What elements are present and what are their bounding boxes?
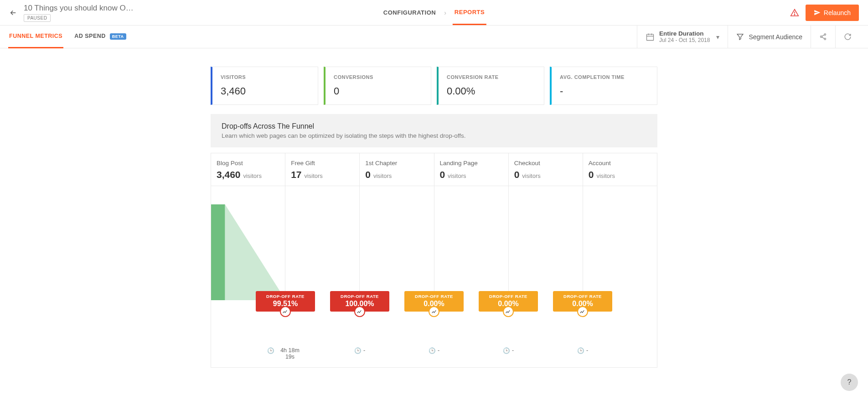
metric-conversion-rate: CONVERSION RATE 0.00% [437, 67, 544, 105]
metric-label: VISITORS [221, 74, 310, 80]
step-unit: visitors [243, 172, 261, 179]
metric-completion-time: AVG. COMPLETION TIME - [550, 67, 657, 105]
funnel-step: Free Gift 17 visitors [285, 153, 359, 186]
step-unit: visitors [304, 172, 322, 179]
funnel-step: Account 0 visitors [583, 153, 657, 186]
date-range-picker[interactable]: Entire Duration Jul 24 - Oct 15, 2018 ▾ [637, 26, 728, 48]
chevron-right-icon: › [444, 9, 446, 16]
step-count: 0 [514, 169, 520, 180]
clock-icon: 🕒 [267, 347, 274, 354]
dropoff-badge[interactable]: DROP-OFF RATE 0.00% [479, 291, 538, 312]
report-container: VISITORS 3,460 CONVERSIONS 0 CONVERSION … [211, 67, 657, 368]
sub-toolbar: FUNNEL METRICS AD SPEND BETA Entire Dura… [0, 26, 868, 48]
time-value: - [512, 347, 514, 354]
dropoff-label: DROP-OFF RATE [404, 294, 464, 299]
tab-configuration[interactable]: CONFIGURATION [382, 1, 438, 24]
clock-icon: 🕒 [429, 347, 436, 354]
dropoff-label: DROP-OFF RATE [553, 294, 612, 299]
trend-icon [280, 306, 291, 317]
step-unit: visitors [448, 172, 466, 179]
top-header: 10 Things you should know O… PAUSED CONF… [0, 0, 868, 26]
step-count: 0 [365, 169, 371, 180]
metric-label: CONVERSION RATE [447, 74, 536, 80]
status-badge: PAUSED [24, 14, 51, 22]
funnel-bars [211, 186, 657, 300]
clock-icon: 🕒 [354, 347, 362, 354]
funnel-step-headers: Blog Post 3,460 visitors Free Gift 17 vi… [211, 153, 657, 186]
step-name: Blog Post [217, 160, 279, 167]
tab-funnel-metrics[interactable]: FUNNEL METRICS [8, 25, 63, 48]
step-name: 1st Chapter [365, 160, 428, 167]
help-label: ? [847, 378, 852, 386]
segment-audience-button[interactable]: Segment Audience [728, 26, 811, 48]
svg-point-6 [824, 34, 826, 36]
share-icon [819, 33, 827, 41]
filter-icon [736, 33, 744, 41]
duration-label: Entire Duration [659, 30, 710, 37]
time-value: - [586, 347, 588, 354]
dropoff-label: DROP-OFF RATE [479, 294, 538, 299]
svg-point-7 [820, 36, 822, 38]
funnel-step: Checkout 0 visitors [509, 153, 583, 186]
step-name: Free Gift [291, 160, 354, 167]
dropoff-badge[interactable]: DROP-OFF RATE 0.00% [404, 291, 464, 312]
relaunch-label: Relaunch [824, 9, 851, 16]
metric-conversions: CONVERSIONS 0 [324, 67, 431, 105]
relaunch-button[interactable]: Relaunch [806, 5, 859, 21]
dropoff-label: DROP-OFF RATE [330, 294, 389, 299]
duration-range: Jul 24 - Oct 15, 2018 [659, 37, 710, 43]
time-value: - [363, 347, 365, 354]
funnel-step: Blog Post 3,460 visitors [211, 153, 285, 186]
step-time: 🕒 4h 18m 19s [248, 347, 323, 360]
title-block: 10 Things you should know O… PAUSED [24, 4, 134, 22]
step-name: Checkout [514, 160, 577, 167]
clock-icon: 🕒 [577, 347, 584, 354]
step-name: Landing Page [440, 160, 503, 167]
warning-icon[interactable] [790, 8, 799, 17]
content-area: VISITORS 3,460 CONVERSIONS 0 CONVERSION … [0, 48, 868, 386]
funnel-step: Landing Page 0 visitors [434, 153, 508, 186]
funnel-chart: Blog Post 3,460 visitors Free Gift 17 vi… [211, 153, 657, 368]
back-button[interactable] [9, 7, 22, 19]
svg-point-1 [794, 14, 795, 15]
ad-spend-label: AD SPEND [74, 33, 106, 39]
svg-point-8 [824, 38, 826, 40]
metric-label: CONVERSIONS [334, 74, 423, 80]
step-time: 🕒 - [397, 347, 471, 360]
duration-text: Entire Duration Jul 24 - Oct 15, 2018 [659, 30, 710, 43]
step-count: 3,460 [217, 169, 241, 180]
tab-ad-spend[interactable]: AD SPEND BETA [73, 25, 127, 48]
svg-rect-2 [647, 34, 654, 40]
page-title: 10 Things you should know O… [24, 4, 134, 13]
calendar-icon [646, 32, 655, 42]
funnel-step: 1st Chapter 0 visitors [360, 153, 434, 186]
trend-icon [577, 306, 588, 317]
dropoff-badge[interactable]: DROP-OFF RATE 100.00% [330, 291, 389, 312]
step-time: 🕒 - [323, 347, 397, 360]
trend-icon [503, 306, 514, 317]
svg-line-9 [822, 35, 824, 36]
share-button[interactable] [811, 26, 835, 48]
refresh-icon [844, 33, 852, 41]
panel-subtitle: Learn which web pages can be optimized b… [222, 132, 646, 139]
metric-value: 3,460 [221, 85, 310, 97]
metric-value: 0 [334, 85, 423, 97]
dropoff-badge[interactable]: DROP-OFF RATE 0.00% [553, 291, 612, 312]
refresh-button[interactable] [835, 26, 860, 48]
trend-icon [354, 306, 365, 317]
dropoff-badge[interactable]: DROP-OFF RATE 99.51% [256, 291, 315, 312]
dropoff-label: DROP-OFF RATE [256, 294, 315, 299]
step-name: Account [589, 160, 651, 167]
step-unit: visitors [373, 172, 392, 179]
svg-line-10 [822, 37, 824, 38]
metric-value: 0.00% [447, 85, 536, 97]
dropoff-row: DROP-OFF RATE 99.51% DROP-OFF RATE 100.0… [211, 300, 657, 334]
segment-label: Segment Audience [749, 33, 802, 41]
step-unit: visitors [522, 172, 540, 179]
time-row: 🕒 4h 18m 19s 🕒 - 🕒 - 🕒 - 🕒 - [211, 347, 657, 367]
tab-reports[interactable]: REPORTS [453, 0, 486, 25]
step-count: 0 [589, 169, 594, 180]
trend-icon [429, 306, 439, 317]
time-value: - [438, 347, 439, 354]
step-time: 🕒 - [471, 347, 546, 360]
